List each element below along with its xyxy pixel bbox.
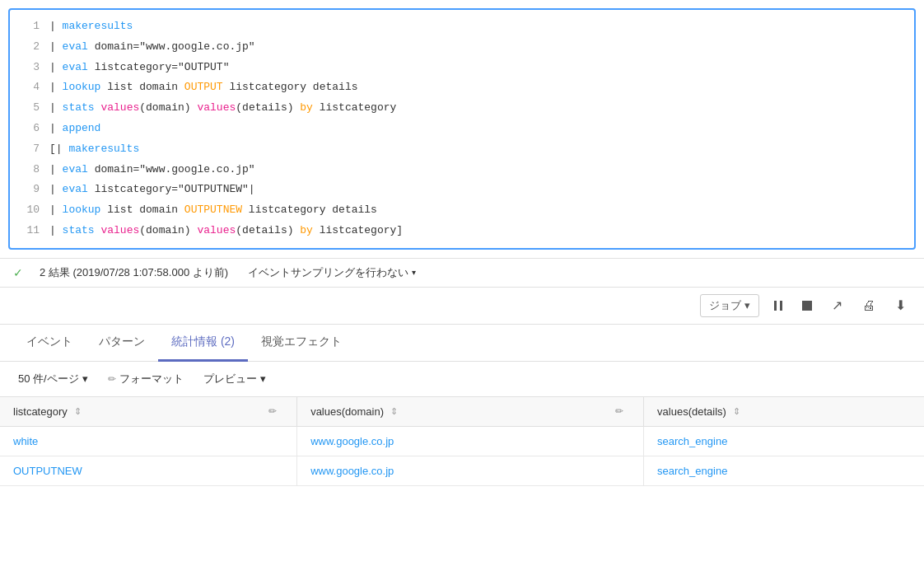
line-number: 9 [16,181,40,199]
tab-viz[interactable]: 視覚エフェクト [248,325,355,362]
per-page-button[interactable]: 50 件/ページ ▾ [13,368,93,390]
chevron-down-icon: ▾ [82,372,88,385]
line-number: 6 [16,120,40,138]
tabs-bar: イベントパターン統計情報 (2)視覚エフェクト [0,325,924,362]
results-bar: ✓ 2 結果 (2019/07/28 1:07:58.000 より前) イベント… [0,258,924,288]
column-header-listcategory: listcategory⇕✏ [0,397,297,427]
format-button[interactable]: ✏ フォーマット [103,368,189,390]
code-line: 7 [| makeresults [10,139,914,160]
results-count: 2 結果 (2019/07/28 1:07:58.000 より前) [40,265,228,280]
sampling-label: イベントサンプリングを行わない [248,265,408,280]
code-line: 3| eval listcategory="OUTPUT" [10,58,914,78]
data-table: listcategory⇕✏values(domain)⇕✏values(det… [0,397,924,486]
download-icon: ⬇ [895,297,906,313]
code-line: 10 | lookup list domain OUTPUTNEW listca… [10,200,914,221]
cell-values-details: search_engine [644,426,924,456]
cell-values-details: search_engine [644,456,924,485]
print-button[interactable]: 🖨 [857,295,880,316]
table-toolbar: 50 件/ページ ▾ ✏ フォーマット プレビュー ▾ [0,362,924,397]
edit-column-icon[interactable]: ✏ [609,405,630,417]
download-button[interactable]: ⬇ [890,294,911,316]
per-page-label: 50 件/ページ [18,372,79,386]
code-content: | eval listcategory="OUTPUT" [49,59,904,77]
code-content: | eval domain="www.google.co.jp" [49,161,904,179]
sort-icon[interactable]: ⇕ [74,406,82,417]
line-number: 1 [16,18,40,35]
code-line: 5| stats values(domain) values(details) … [10,98,914,119]
code-content: [| makeresults [49,141,904,158]
preview-button[interactable]: プレビュー ▾ [198,368,271,390]
code-content: | stats values(domain) values(details) b… [49,222,904,240]
code-content: | stats values(domain) values(details) b… [49,100,904,117]
line-number: 11 [16,222,40,240]
line-number: 5 [16,100,40,117]
code-content: | eval domain="www.google.co.jp" [49,39,904,56]
job-button[interactable]: ジョブ ▾ [700,294,759,317]
line-number: 2 [16,39,40,56]
cell-listcategory: OUTPUTNEW [0,456,297,485]
line-number: 4 [16,79,40,96]
stop-button[interactable] [797,297,817,314]
stop-icon [802,301,812,311]
tab-events[interactable]: イベント [13,325,86,362]
toolbar: ジョブ ▾ ↗ 🖨 ⬇ [0,288,924,325]
table-row: whitewww.google.co.jpsearch_engine [0,426,924,456]
share-icon: ↗ [832,297,842,313]
table-row: OUTPUTNEWwww.google.co.jpsearch_engine [0,456,924,485]
code-line: 8 | eval domain="www.google.co.jp" [10,160,914,180]
code-content: | eval listcategory="OUTPUTNEW"| [49,181,904,199]
code-content: | append [49,120,904,138]
code-line: 6| append [10,119,914,139]
share-button[interactable]: ↗ [827,294,847,316]
sort-icon[interactable]: ⇕ [733,406,740,417]
chevron-down-icon: ▾ [744,299,750,311]
cell-values-domain: www.google.co.jp [297,456,644,485]
column-header-valuesdomain: values(domain)⇕✏ [297,397,644,427]
chevron-down-icon: ▾ [260,372,266,385]
line-number: 7 [16,141,40,158]
format-label: フォーマット [119,372,184,386]
code-line: 9 | eval listcategory="OUTPUTNEW"| [10,180,914,200]
column-header-valuesdetails: values(details)⇕ [644,397,924,427]
code-line: 2| eval domain="www.google.co.jp" [10,37,914,58]
preview-label: プレビュー [203,372,257,386]
code-content: | lookup list domain OUTPUT listcategory… [49,79,904,96]
code-editor[interactable]: 1| makeresults2| eval domain="www.google… [8,8,916,250]
pause-icon [774,301,782,311]
cell-values-domain: www.google.co.jp [297,426,644,456]
edit-column-icon[interactable]: ✏ [262,405,283,417]
code-content: | lookup list domain OUTPUTNEW listcateg… [49,202,904,219]
print-icon: 🖨 [862,298,875,313]
line-number: 3 [16,59,40,77]
format-icon: ✏ [108,373,116,385]
code-line: 11 | stats values(domain) values(details… [10,221,914,241]
chevron-down-icon: ▾ [412,268,416,277]
pause-button[interactable] [769,297,787,314]
sort-icon[interactable]: ⇕ [390,406,398,417]
code-content: | makeresults [49,18,904,35]
line-number: 10 [16,202,40,219]
results-check: ✓ [13,266,23,279]
line-number: 8 [16,161,40,179]
tab-patterns[interactable]: パターン [86,325,158,362]
cell-listcategory: white [0,426,297,456]
sampling-dropdown[interactable]: イベントサンプリングを行わない ▾ [248,265,416,280]
data-table-container: listcategory⇕✏values(domain)⇕✏values(det… [0,397,924,486]
code-line: 4| lookup list domain OUTPUT listcategor… [10,77,914,98]
code-line: 1| makeresults [10,16,914,37]
tab-stats[interactable]: 統計情報 (2) [158,325,248,362]
